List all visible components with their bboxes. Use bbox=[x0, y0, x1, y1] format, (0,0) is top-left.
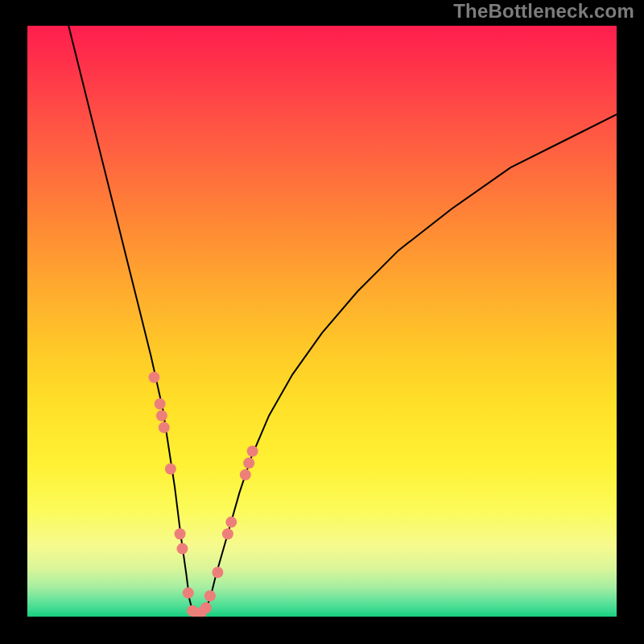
scatter-dot bbox=[156, 410, 167, 421]
scatter-dot bbox=[204, 590, 216, 601]
bottleneck-chart-svg bbox=[27, 26, 617, 617]
scatter-dot bbox=[175, 528, 186, 539]
scatter-dot bbox=[212, 567, 223, 578]
scatter-dot bbox=[222, 528, 233, 539]
scatter-dot bbox=[155, 398, 166, 410]
scatter-dot bbox=[200, 602, 212, 613]
scatter-dot bbox=[243, 457, 254, 469]
scatter-dot bbox=[165, 464, 176, 475]
chart-container: TheBottleneck.com bbox=[0, 0, 644, 644]
bottleneck-curve bbox=[68, 26, 617, 613]
scatter-dot bbox=[177, 543, 188, 555]
scatter-dot bbox=[247, 446, 258, 457]
scatter-dot bbox=[148, 372, 159, 383]
scatter-dot bbox=[159, 422, 170, 433]
scatter-dot bbox=[183, 588, 194, 599]
watermark-text: TheBottleneck.com bbox=[453, 0, 634, 23]
plot-area bbox=[27, 26, 617, 617]
scatter-dot bbox=[225, 517, 237, 528]
scatter-dot bbox=[240, 469, 251, 481]
scatter-dots-group bbox=[148, 372, 258, 617]
